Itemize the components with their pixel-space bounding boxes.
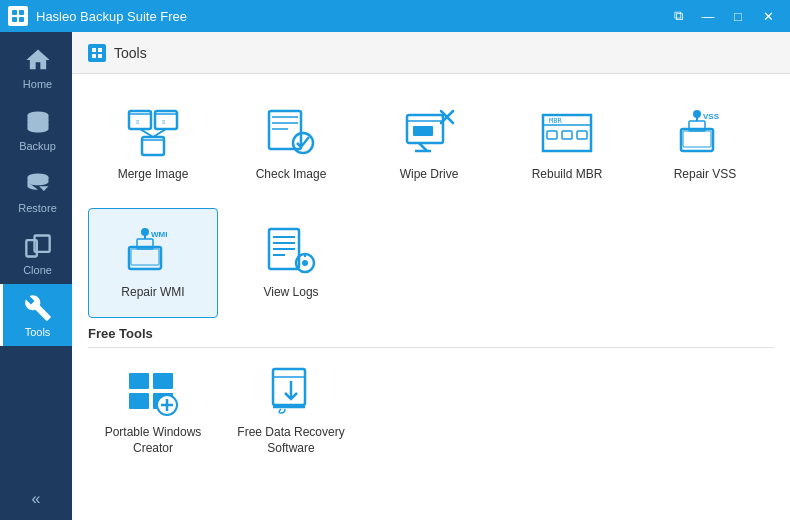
maximize-button[interactable]: □ [724,5,752,27]
svg-rect-0 [12,10,17,15]
app-body: Home Backup Restore Clone Tools « [0,32,790,520]
svg-rect-44 [129,247,161,269]
svg-rect-8 [92,48,96,52]
svg-rect-38 [681,129,713,151]
tool-wipe-drive-label: Wipe Drive [400,167,459,183]
svg-rect-65 [273,369,305,405]
sidebar-item-home[interactable]: Home [0,36,72,98]
svg-text:VSS: VSS [703,112,720,121]
svg-rect-9 [98,48,102,52]
svg-rect-1 [19,10,24,15]
app-title: Hasleo Backup Suite Free [36,9,664,24]
svg-rect-35 [562,131,572,139]
svg-rect-45 [131,249,159,265]
title-bar: Hasleo Backup Suite Free ⧉ — □ ✕ [0,0,790,32]
free-tools-grid: Portable WindowsCreator Free Data Recove… [88,356,774,466]
svg-point-48 [141,228,149,236]
svg-rect-3 [19,17,24,22]
tool-repair-wmi[interactable]: WMI Repair WMI [88,208,218,318]
content-header: Tools [72,32,790,74]
close-button[interactable]: ✕ [754,5,782,27]
svg-point-56 [302,260,308,266]
sidebar-collapse-button[interactable]: « [0,478,72,520]
sidebar-item-clone[interactable]: Clone [0,222,72,284]
tool-repair-vss-label: Repair VSS [674,167,737,183]
svg-text:≡: ≡ [136,119,140,125]
svg-rect-2 [12,17,17,22]
section-title: Tools [114,45,147,61]
tool-rebuild-mbr[interactable]: MBR Rebuild MBR [502,90,632,200]
svg-rect-60 [129,393,149,409]
svg-rect-58 [129,373,149,389]
sidebar: Home Backup Restore Clone Tools « [0,32,72,520]
restore-button[interactable]: ⧉ [664,5,692,27]
sidebar-item-backup[interactable]: Backup [0,98,72,160]
window-controls: ⧉ — □ ✕ [664,5,782,27]
svg-rect-11 [98,54,102,58]
tool-merge-image-label: Merge Image [118,167,189,183]
tool-merge-image[interactable]: ≡ ≡ Merge Image [88,90,218,200]
svg-rect-36 [577,131,587,139]
svg-rect-59 [153,373,173,389]
tool-portable-windows-creator-label: Portable WindowsCreator [105,425,202,456]
tool-view-logs-label: View Logs [263,285,318,301]
content-scroll: ≡ ≡ Merge Image Check Image [72,74,790,520]
sidebar-item-tools[interactable]: Tools [0,284,72,346]
tool-repair-vss[interactable]: VSS Repair VSS [640,90,770,200]
tool-free-data-recovery[interactable]: Free Data RecoverySoftware [226,356,356,466]
svg-rect-29 [413,126,433,136]
svg-text:WMI: WMI [151,230,167,239]
svg-point-42 [693,110,701,118]
main-content: Tools ≡ ≡ [72,32,790,520]
svg-rect-34 [547,131,557,139]
svg-text:≡: ≡ [162,119,166,125]
tool-repair-wmi-label: Repair WMI [121,285,184,301]
tool-view-logs[interactable]: View Logs [226,208,356,318]
tools-grid: ≡ ≡ Merge Image Check Image [88,90,774,318]
svg-rect-39 [683,131,711,147]
tool-free-data-recovery-label: Free Data RecoverySoftware [237,425,344,456]
tool-rebuild-mbr-label: Rebuild MBR [532,167,603,183]
free-tools-section-title: Free Tools [88,326,774,348]
app-icon [8,6,28,26]
tool-wipe-drive[interactable]: Wipe Drive [364,90,494,200]
svg-text:MBR: MBR [549,117,562,125]
tool-check-image[interactable]: Check Image [226,90,356,200]
tool-check-image-label: Check Image [256,167,327,183]
svg-rect-10 [92,54,96,58]
tool-portable-windows-creator[interactable]: Portable WindowsCreator [88,356,218,466]
minimize-button[interactable]: — [694,5,722,27]
header-icon [88,44,106,62]
sidebar-item-restore[interactable]: Restore [0,160,72,222]
